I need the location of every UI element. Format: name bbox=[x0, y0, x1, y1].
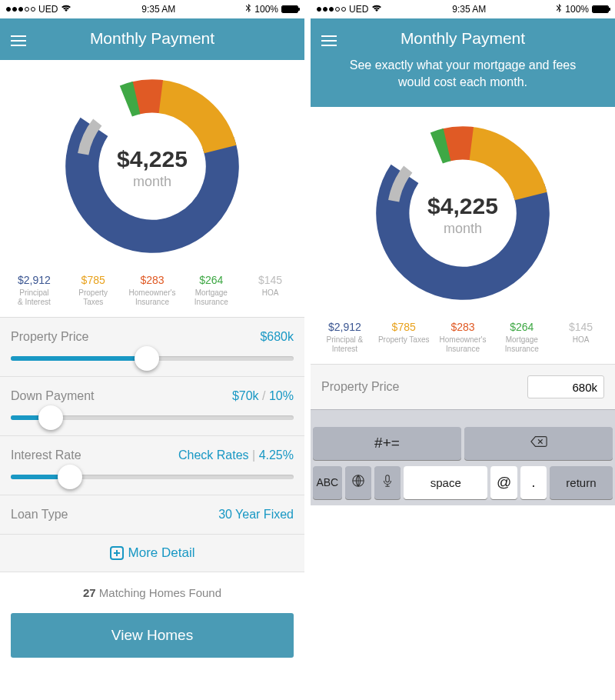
legend-value: $785 bbox=[374, 321, 434, 333]
legend-value: $283 bbox=[434, 321, 493, 333]
slider-value: $680k bbox=[260, 330, 294, 344]
clock-label: 9:35 AM bbox=[452, 4, 486, 15]
legend-value: $145 bbox=[551, 321, 610, 333]
keyboard-globe-key[interactable] bbox=[345, 466, 371, 499]
app-header: Monthly Payment bbox=[0, 18, 304, 60]
property-price-slider[interactable] bbox=[11, 356, 294, 361]
loan-type-row[interactable]: Loan Type 30 Year Fixed bbox=[0, 495, 304, 535]
donut-amount: $4,225 bbox=[427, 193, 498, 219]
down-payment-slider[interactable] bbox=[11, 415, 294, 420]
carrier-label: UED bbox=[349, 4, 368, 15]
slider-label: Property Price bbox=[11, 330, 88, 344]
keyboard-backspace-key[interactable] bbox=[464, 427, 613, 460]
carrier-label: UED bbox=[38, 4, 58, 15]
down-payment-row: Down Payment $70k / 10% bbox=[0, 377, 304, 436]
legend-value: $264 bbox=[492, 321, 551, 333]
view-homes-button[interactable]: View Homes bbox=[11, 613, 294, 658]
slider-value: Check Rates | 4.25% bbox=[178, 448, 294, 462]
slider-label: Interest Rate bbox=[11, 448, 81, 462]
interest-rate-slider[interactable] bbox=[11, 475, 294, 479]
svg-rect-11 bbox=[386, 475, 390, 482]
legend-label: MortgageInsurance bbox=[181, 288, 241, 306]
legend-value: $145 bbox=[241, 274, 300, 286]
keyboard-return-key[interactable]: return bbox=[550, 466, 613, 499]
loan-type-value: 30 Year Fixed bbox=[218, 508, 294, 522]
battery-pct-label: 100% bbox=[254, 4, 278, 15]
battery-icon bbox=[592, 5, 609, 13]
payment-donut-chart: $4,225 month bbox=[60, 74, 244, 262]
battery-icon bbox=[281, 5, 298, 13]
app-header: Monthly Payment See exactly what your mo… bbox=[311, 18, 615, 107]
slider-label: Loan Type bbox=[11, 508, 68, 522]
legend-value: $264 bbox=[181, 274, 241, 286]
page-title: Monthly Payment bbox=[11, 29, 294, 48]
slider-value: $70k / 10% bbox=[232, 389, 294, 403]
menu-icon[interactable] bbox=[11, 32, 26, 49]
clock-label: 9:35 AM bbox=[141, 4, 175, 15]
page-title: Monthly Payment bbox=[321, 29, 604, 48]
input-label: Property Price bbox=[321, 380, 399, 394]
donut-period: month bbox=[117, 174, 188, 190]
plus-icon bbox=[110, 546, 124, 560]
phone-screen-right: UED 9:35 AM 100% Monthly Payment See exa… bbox=[311, 0, 615, 698]
legend-value: $283 bbox=[123, 274, 182, 286]
donut-amount: $4,225 bbox=[117, 146, 188, 172]
legend-label: Homeowner's Insurance bbox=[434, 335, 493, 353]
status-bar: UED 9:35 AM 100% bbox=[311, 0, 615, 18]
bluetooth-icon bbox=[245, 4, 251, 15]
sliders-panel: Property Price $680k Down Payment $70k /… bbox=[0, 317, 304, 572]
keyboard-mic-key[interactable] bbox=[374, 466, 401, 499]
legend-label: HOA bbox=[241, 288, 300, 298]
legend-value: $2,912 bbox=[5, 274, 64, 286]
legend-label: Principal& Interest bbox=[5, 288, 64, 306]
signal-dots-icon bbox=[317, 7, 346, 12]
menu-icon[interactable] bbox=[321, 32, 337, 49]
property-price-input[interactable] bbox=[527, 375, 604, 398]
phone-screen-left: UED 9:35 AM 100% Monthly Payment bbox=[0, 0, 304, 700]
interest-rate-row: Interest Rate Check Rates | 4.25% bbox=[0, 436, 304, 495]
keyboard-space-key[interactable]: space bbox=[404, 466, 487, 499]
property-price-row: Property Price $680k bbox=[0, 318, 304, 377]
keyboard-shift-key[interactable]: #+= bbox=[313, 427, 461, 460]
donut-period: month bbox=[427, 221, 498, 237]
check-rates-link[interactable]: Check Rates bbox=[178, 448, 249, 462]
legend-label: Principal & Interest bbox=[315, 335, 374, 353]
page-subtitle: See exactly what your mortgage and fees … bbox=[321, 57, 604, 90]
bluetooth-icon bbox=[556, 4, 562, 15]
wifi-icon bbox=[61, 4, 71, 15]
payment-donut-chart: $4,225 month bbox=[371, 121, 555, 308]
slider-label: Down Payment bbox=[11, 389, 95, 403]
legend-value: $2,912 bbox=[315, 321, 374, 333]
legend-label: Homeowner'sInsurance bbox=[123, 288, 182, 306]
legend-label: HOA bbox=[551, 335, 610, 345]
more-detail-button[interactable]: More Detail bbox=[0, 535, 304, 572]
legend-label: PropertyTaxes bbox=[64, 288, 123, 306]
battery-pct-label: 100% bbox=[565, 4, 589, 15]
legend-label: Mortgage Insurance bbox=[492, 335, 551, 353]
keyboard-abc-key[interactable]: ABC bbox=[313, 466, 342, 499]
matching-homes-label: 27 Matching Homes Found bbox=[0, 572, 304, 613]
signal-dots-icon bbox=[6, 7, 35, 12]
donut-legend: $2,912Principal& Interest $785PropertyTa… bbox=[0, 266, 304, 317]
keyboard-at-key[interactable]: @ bbox=[490, 466, 517, 499]
donut-legend: $2,912Principal & Interest $785Property … bbox=[311, 313, 615, 364]
wifi-icon bbox=[371, 4, 382, 15]
status-bar: UED 9:35 AM 100% bbox=[0, 0, 304, 18]
property-price-input-row: Property Price bbox=[311, 364, 615, 409]
keyboard: #+= ABC space @ . return bbox=[311, 409, 615, 505]
keyboard-dot-key[interactable]: . bbox=[520, 466, 547, 499]
legend-value: $785 bbox=[64, 274, 123, 286]
legend-label: Property Taxes bbox=[374, 335, 434, 345]
